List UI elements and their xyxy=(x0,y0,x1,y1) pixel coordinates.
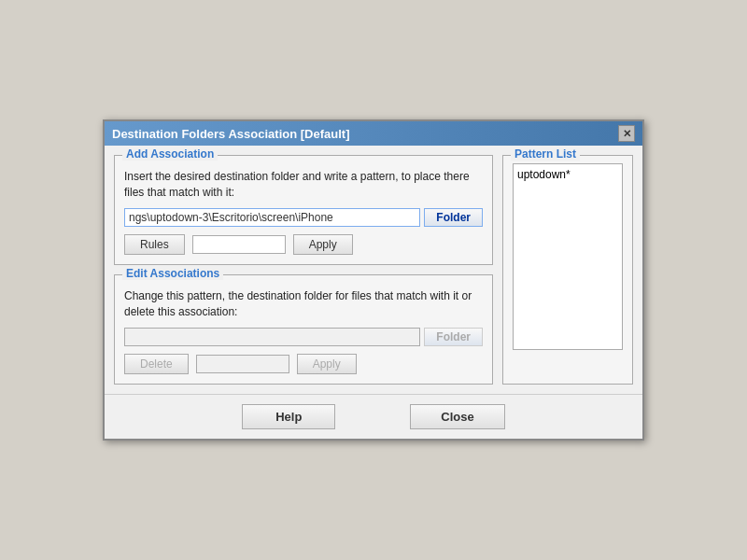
footer-buttons: Help Close xyxy=(105,394,642,439)
list-item[interactable]: uptodown* xyxy=(517,168,618,181)
right-panel: Pattern List uptodown* xyxy=(502,155,633,384)
pattern-list-group: Pattern List uptodown* xyxy=(502,155,633,384)
add-pattern-input[interactable] xyxy=(192,235,286,254)
pattern-list-title: Pattern List xyxy=(511,147,580,161)
window-title: Destination Folders Association [Default… xyxy=(112,127,350,141)
edit-folder-row: Folder xyxy=(124,328,483,346)
edit-pattern-input[interactable] xyxy=(196,355,289,373)
edit-folder-input[interactable] xyxy=(124,328,420,346)
edit-associations-title: Edit Associations xyxy=(122,267,223,280)
add-folder-row: Folder xyxy=(124,208,483,227)
main-window: Destination Folders Association [Default… xyxy=(103,119,644,440)
edit-apply-button[interactable]: Apply xyxy=(297,354,357,374)
add-folder-button[interactable]: Folder xyxy=(424,208,483,227)
help-button[interactable]: Help xyxy=(242,404,335,429)
title-bar: Destination Folders Association [Default… xyxy=(105,121,642,146)
left-panel: Add Association Insert the desired desti… xyxy=(114,155,493,384)
edit-button-row: Delete Apply xyxy=(124,354,483,374)
delete-button[interactable]: Delete xyxy=(124,354,189,374)
add-association-title: Add Association xyxy=(122,147,218,161)
add-button-row: Rules Apply xyxy=(124,234,483,255)
window-content: Add Association Insert the desired desti… xyxy=(105,146,642,393)
edit-associations-description: Change this pattern, the destination fol… xyxy=(124,288,483,320)
edit-folder-button[interactable]: Folder xyxy=(424,328,483,346)
pattern-list-box[interactable]: uptodown* xyxy=(513,163,623,350)
edit-associations-group: Edit Associations Change this pattern, t… xyxy=(114,274,493,385)
add-folder-input[interactable] xyxy=(124,208,420,227)
add-association-group: Add Association Insert the desired desti… xyxy=(114,155,493,265)
close-icon[interactable]: ✕ xyxy=(618,125,635,142)
add-apply-button[interactable]: Apply xyxy=(293,234,353,255)
add-association-description: Insert the desired destination folder an… xyxy=(124,169,483,201)
rules-button[interactable]: Rules xyxy=(124,234,185,255)
close-button[interactable]: Close xyxy=(410,404,504,429)
